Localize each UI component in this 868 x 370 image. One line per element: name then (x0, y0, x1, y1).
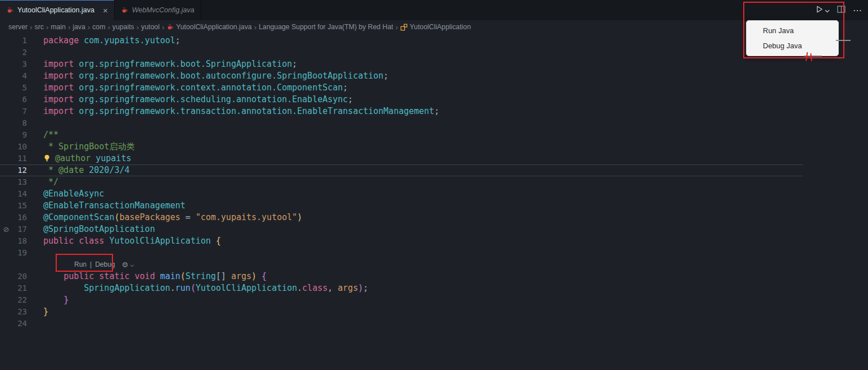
code-line[interactable]: 23} (0, 306, 868, 318)
breadcrumb-item-yutool[interactable]: yutool (141, 23, 160, 31)
code-line[interactable]: 15@EnableTransactionManagement (0, 200, 868, 212)
code-text: * @date 2020/3/4 (43, 165, 130, 176)
line-number: 19 (12, 247, 27, 259)
code-line[interactable]: 1package com.yupaits.yutool; (0, 35, 868, 47)
code-line[interactable]: 13 */ (0, 176, 868, 188)
code-line[interactable]: 5import org.springframework.context.anno… (0, 82, 868, 94)
java-runtime-picker[interactable]: ⚙ (122, 259, 135, 271)
breadcrumb-label: src (35, 23, 44, 31)
breadcrumb-item-src[interactable]: src (35, 23, 44, 31)
breadcrumb-item-yutoolcliapplication[interactable]: YutoolCliApplication (400, 23, 471, 31)
chevron-down-icon (130, 259, 134, 271)
line-number: 5 (12, 82, 27, 94)
run-context-menu: Run JavaDebug Java (746, 20, 839, 56)
line-number: 3 (12, 58, 27, 70)
code-line[interactable]: 22 } (0, 294, 868, 306)
code-line[interactable]: 2 (0, 47, 868, 58)
breadcrumb-label: YutoolCliApplication.java (176, 23, 252, 31)
breadcrumb-label: com (92, 23, 105, 31)
java-file-icon (6, 7, 13, 14)
code-line[interactable]: ⊘17@SpringBootApplication (0, 223, 868, 235)
breadcrumb-label: java (73, 23, 85, 31)
breadcrumb-label: yupaits (112, 23, 134, 31)
java-file-icon (166, 24, 174, 31)
codelens-debug-link[interactable]: Debug (95, 259, 115, 271)
line-number: 18 (12, 235, 27, 247)
code-line[interactable]: 12 * @date 2020/3/4 (0, 165, 868, 176)
line-number: 11 (12, 153, 27, 165)
line-number: 14 (12, 188, 27, 200)
code-line[interactable]: 14@EnableAsync (0, 188, 868, 200)
breadcrumb-item-yupaits[interactable]: yupaits (112, 23, 134, 31)
breadcrumb-item-language-support-for-java-tm-by-red-hat[interactable]: Language Support for Java(TM) by Red Hat (259, 23, 393, 31)
breadcrumb-separator-icon: › (46, 23, 48, 31)
code-line[interactable]: 18public class YutoolCliApplication { (0, 235, 868, 247)
editor-actions: ⋯ (810, 0, 868, 20)
menu-item-run-java[interactable]: Run Java (747, 23, 838, 38)
line-number: 16 (12, 212, 27, 223)
tab-yutoolcliapplication[interactable]: YutoolCliApplication.java × (0, 0, 115, 20)
code-line[interactable]: 21 SpringApplication.run(YutoolCliApplic… (0, 282, 868, 294)
code-text: public class YutoolCliApplication { (43, 235, 221, 247)
breadcrumb-item-yutoolcliapplication-java[interactable]: YutoolCliApplication.java (166, 23, 252, 31)
breadcrumb-label: yutool (141, 23, 160, 31)
code-line[interactable]: 7import org.springframework.transaction.… (0, 106, 868, 117)
code-text: import org.springframework.transaction.a… (43, 106, 439, 117)
breadcrumb-item-java[interactable]: java (73, 23, 85, 31)
split-editor-button[interactable] (837, 5, 846, 15)
code-line[interactable]: 11@author yupaits (0, 153, 868, 165)
breadcrumb-item-main[interactable]: main (51, 23, 66, 31)
more-actions-button[interactable]: ⋯ (853, 5, 862, 16)
code-line[interactable]: 6import org.springframework.scheduling.a… (0, 94, 868, 106)
code-line[interactable]: 16@ComponentScan(basePackages = "com.yup… (0, 212, 868, 223)
breadcrumb-separator-icon: › (88, 23, 90, 31)
code-text: @author yupaits (43, 153, 131, 165)
class-symbol-icon (400, 24, 408, 31)
run-icon (815, 5, 824, 16)
java-file-icon (121, 7, 128, 14)
vscode-window: YutoolCliApplication.java × WebMvcConfig… (0, 0, 868, 370)
code-line[interactable]: 8 (0, 117, 868, 129)
menu-item-debug-java[interactable]: Debug Java (747, 38, 838, 53)
codelens: Run|Debug⚙ (74, 259, 134, 271)
code-text: import org.springframework.boot.autoconf… (43, 70, 388, 82)
code-line[interactable]: 10 * SpringBoot启动类 (0, 141, 868, 153)
line-number: 22 (12, 294, 27, 306)
code-line[interactable]: 24 (0, 318, 868, 330)
split-editor-icon (837, 5, 846, 15)
codelens-row: Run|Debug⚙ (0, 259, 868, 271)
code-text: import org.springframework.boot.SpringAp… (43, 58, 297, 70)
line-number: 13 (12, 176, 27, 188)
code-line[interactable]: 3import org.springframework.boot.SpringA… (0, 58, 868, 70)
line-number: 4 (12, 70, 27, 82)
breadcrumb-item-com[interactable]: com (92, 23, 105, 31)
tab-label: WebMvcConfig.java (132, 6, 195, 14)
codelens-run-link[interactable]: Run (74, 259, 87, 271)
code-line[interactable]: 9/** (0, 129, 868, 141)
code-text: } (43, 306, 48, 318)
chevron-down-icon (825, 5, 830, 15)
line-number: 10 (12, 141, 27, 153)
breadcrumb-label: main (51, 23, 66, 31)
tab-webmvcconfig[interactable]: WebMvcConfig.java (115, 0, 201, 20)
line-number: 9 (12, 129, 27, 141)
code-line[interactable]: 4import org.springframework.boot.autocon… (0, 70, 868, 82)
code-text: public static void main(String[] args) { (43, 271, 266, 282)
tab-label: YutoolCliApplication.java (17, 6, 94, 14)
breadcrumb: server›src›main›java›com›yupaits›yutool›… (0, 20, 868, 34)
code-line[interactable]: 19 (0, 247, 868, 259)
code-line[interactable]: 20 public static void main(String[] args… (0, 271, 868, 282)
line-number: 7 (12, 106, 27, 117)
lightbulb-icon[interactable] (43, 154, 51, 162)
line-number: 23 (12, 306, 27, 318)
breadcrumb-item-server[interactable]: server (8, 23, 28, 31)
blocked-icon: ⊘ (0, 223, 12, 235)
breadcrumb-label: server (8, 23, 28, 31)
breadcrumb-label: YutoolCliApplication (410, 23, 471, 31)
code-text: } (43, 294, 69, 306)
tab-bar: YutoolCliApplication.java × WebMvcConfig… (0, 0, 868, 20)
breadcrumb-label: Language Support for Java(TM) by Red Hat (259, 23, 393, 31)
code-text: package com.yupaits.yutool; (43, 35, 180, 47)
close-icon[interactable]: × (103, 6, 108, 15)
run-java-button[interactable] (815, 5, 830, 16)
